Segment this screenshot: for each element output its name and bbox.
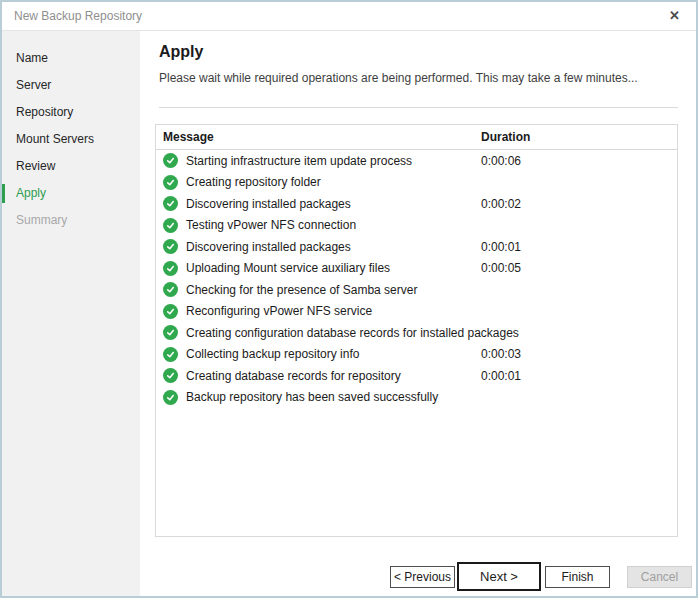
check-circle-icon bbox=[163, 153, 178, 168]
operation-message: Discovering installed packages bbox=[186, 197, 351, 211]
check-circle-icon bbox=[163, 325, 178, 340]
operation-message: Creating repository folder bbox=[186, 175, 321, 189]
operation-message: Backup repository has been saved success… bbox=[186, 390, 438, 404]
page-subtitle: Please wait while required operations ar… bbox=[159, 71, 638, 85]
operation-duration: 0:00:05 bbox=[481, 261, 521, 275]
sidebar-item-mount-servers[interactable]: Mount Servers bbox=[2, 126, 140, 153]
check-circle-icon bbox=[163, 261, 178, 276]
operation-message: Testing vPower NFS connection bbox=[186, 218, 356, 232]
sidebar-item-repository[interactable]: Repository bbox=[2, 99, 140, 126]
operation-row[interactable]: Reconfiguring vPower NFS service bbox=[156, 301, 677, 323]
operation-message: Checking for the presence of Samba serve… bbox=[186, 283, 417, 297]
operation-row[interactable]: Uploading Mount service auxiliary files … bbox=[156, 258, 677, 280]
close-icon[interactable]: ✕ bbox=[669, 2, 680, 30]
main-content: Apply Please wait while required operati… bbox=[140, 31, 696, 596]
cancel-button: Cancel bbox=[627, 566, 692, 588]
check-circle-icon bbox=[163, 218, 178, 233]
operations-table: Message Duration Starting infrastructure… bbox=[155, 124, 678, 537]
operation-message: Starting infrastructure item update proc… bbox=[186, 154, 412, 168]
operation-row[interactable]: Collecting backup repository info 0:00:0… bbox=[156, 344, 677, 366]
next-button[interactable]: Next > bbox=[457, 562, 541, 591]
window-title: New Backup Repository bbox=[14, 2, 142, 30]
previous-button[interactable]: < Previous bbox=[390, 566, 455, 588]
check-circle-icon bbox=[163, 347, 178, 362]
wizard-steps-sidebar: Name Server Repository Mount Servers Rev… bbox=[2, 31, 140, 596]
operation-message: Uploading Mount service auxiliary files bbox=[186, 261, 390, 275]
operation-row[interactable]: Creating database records for repository… bbox=[156, 365, 677, 387]
table-header: Message Duration bbox=[156, 125, 677, 150]
operation-duration: 0:00:03 bbox=[481, 347, 521, 361]
operation-message: Reconfiguring vPower NFS service bbox=[186, 304, 372, 318]
operation-row[interactable]: Testing vPower NFS connection bbox=[156, 215, 677, 237]
column-header-message: Message bbox=[163, 125, 214, 149]
page-title: Apply bbox=[159, 43, 203, 61]
check-circle-icon bbox=[163, 282, 178, 297]
operation-row[interactable]: Discovering installed packages 0:00:02 bbox=[156, 193, 677, 215]
operation-row[interactable]: Backup repository has been saved success… bbox=[156, 387, 677, 409]
check-circle-icon bbox=[163, 196, 178, 211]
operation-row[interactable]: Checking for the presence of Samba serve… bbox=[156, 279, 677, 301]
operations-list: Starting infrastructure item update proc… bbox=[156, 150, 677, 408]
sidebar-item-review[interactable]: Review bbox=[2, 153, 140, 180]
operation-message: Creating configuration database records … bbox=[186, 326, 519, 340]
operation-duration: 0:00:06 bbox=[481, 154, 521, 168]
sidebar-item-label: Mount Servers bbox=[16, 132, 94, 146]
check-circle-icon bbox=[163, 390, 178, 405]
sidebar-item-label: Name bbox=[16, 51, 48, 65]
check-circle-icon bbox=[163, 175, 178, 190]
operation-row[interactable]: Discovering installed packages 0:00:01 bbox=[156, 236, 677, 258]
sidebar-item-label: Review bbox=[16, 159, 55, 173]
column-header-duration: Duration bbox=[481, 125, 530, 149]
operation-message: Creating database records for repository bbox=[186, 369, 401, 383]
divider bbox=[159, 107, 678, 108]
operation-message: Discovering installed packages bbox=[186, 240, 351, 254]
sidebar-item-label: Repository bbox=[16, 105, 73, 119]
sidebar-item-apply[interactable]: Apply bbox=[2, 180, 140, 207]
operation-row[interactable]: Creating repository folder bbox=[156, 172, 677, 194]
sidebar-item-label: Server bbox=[16, 78, 51, 92]
sidebar-item-label: Apply bbox=[16, 186, 46, 200]
sidebar-item-server[interactable]: Server bbox=[2, 72, 140, 99]
operation-duration: 0:00:01 bbox=[481, 369, 521, 383]
check-circle-icon bbox=[163, 304, 178, 319]
sidebar-item-name[interactable]: Name bbox=[2, 45, 140, 72]
finish-button[interactable]: Finish bbox=[545, 566, 610, 588]
operation-duration: 0:00:02 bbox=[481, 197, 521, 211]
check-circle-icon bbox=[163, 368, 178, 383]
new-backup-repository-window: New Backup Repository ✕ Name Server Repo… bbox=[0, 0, 698, 598]
check-circle-icon bbox=[163, 239, 178, 254]
operation-row[interactable]: Starting infrastructure item update proc… bbox=[156, 150, 677, 172]
operation-duration: 0:00:01 bbox=[481, 240, 521, 254]
sidebar-item-label: Summary bbox=[16, 213, 67, 227]
operation-message: Collecting backup repository info bbox=[186, 347, 359, 361]
sidebar-item-summary: Summary bbox=[2, 207, 140, 234]
operation-row[interactable]: Creating configuration database records … bbox=[156, 322, 677, 344]
titlebar: New Backup Repository ✕ bbox=[2, 2, 696, 31]
